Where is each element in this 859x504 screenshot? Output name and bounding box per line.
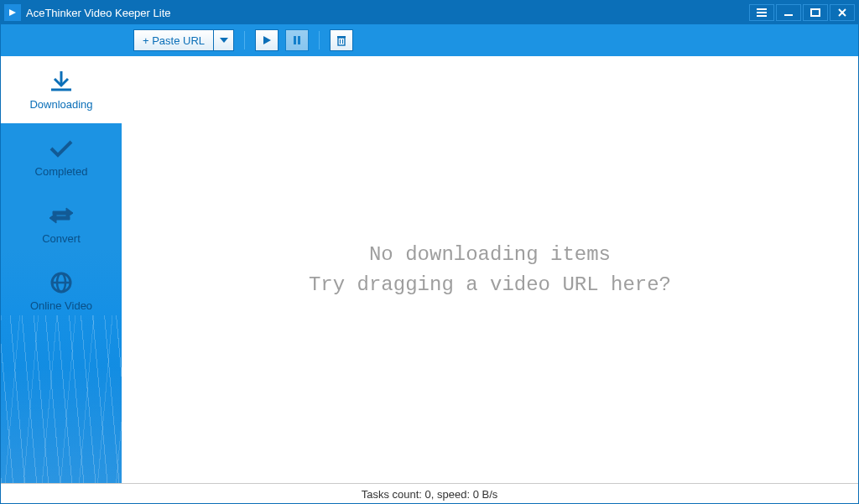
svg-rect-3 <box>757 15 767 17</box>
empty-line2: Try dragging a video URL here? <box>309 270 671 300</box>
svg-marker-9 <box>263 36 271 44</box>
sidebar-item-label: Downloading <box>29 98 92 111</box>
sidebar-item-label: Completed <box>35 165 88 178</box>
play-button[interactable] <box>255 29 279 51</box>
toolbar-divider <box>244 31 245 49</box>
paste-url-dropdown[interactable] <box>213 30 233 50</box>
sidebar-item-online-video[interactable]: Online Video <box>1 257 122 325</box>
pause-button[interactable] <box>285 29 309 51</box>
svg-rect-10 <box>294 36 296 44</box>
sidebar-item-downloading[interactable]: Downloading <box>1 56 122 123</box>
title-bar: AceThinker Video Keeper Lite <box>1 1 858 24</box>
close-button[interactable] <box>830 4 855 21</box>
sidebar: Downloading Completed Convert Online Vid… <box>1 56 122 483</box>
download-icon <box>47 70 75 93</box>
sidebar-item-completed[interactable]: Completed <box>1 123 122 190</box>
svg-rect-2 <box>757 12 767 13</box>
empty-state-text: No downloading items Try dragging a vide… <box>309 240 671 300</box>
menu-button[interactable] <box>749 4 774 21</box>
main-area: Downloading Completed Convert Online Vid… <box>1 56 858 483</box>
convert-icon <box>47 204 75 227</box>
sidebar-item-label: Online Video <box>30 299 92 312</box>
svg-rect-5 <box>811 9 820 16</box>
minimize-button[interactable] <box>776 4 801 21</box>
sidebar-item-label: Convert <box>42 232 81 245</box>
content-area[interactable]: No downloading items Try dragging a vide… <box>122 56 858 483</box>
maximize-button[interactable] <box>803 4 828 21</box>
svg-rect-1 <box>757 8 767 10</box>
sidebar-item-convert[interactable]: Convert <box>1 190 122 257</box>
svg-marker-8 <box>220 38 228 43</box>
svg-rect-13 <box>337 36 346 38</box>
toolbar: + Paste URL <box>1 24 858 56</box>
checkmark-icon <box>47 137 75 160</box>
toolbar-divider <box>319 31 320 49</box>
status-text: Tasks count: 0, speed: 0 B/s <box>362 488 498 501</box>
paste-url-group: + Paste URL <box>133 29 234 51</box>
svg-marker-0 <box>9 9 16 16</box>
paste-url-button[interactable]: + Paste URL <box>134 30 213 50</box>
globe-icon <box>47 271 75 294</box>
app-logo-icon <box>4 4 21 21</box>
delete-button[interactable] <box>330 29 353 51</box>
window-title: AceThinker Video Keeper Lite <box>26 7 170 19</box>
empty-line1: No downloading items <box>309 240 671 270</box>
svg-rect-12 <box>338 38 345 45</box>
svg-rect-4 <box>784 14 793 16</box>
svg-rect-11 <box>298 36 300 44</box>
status-bar: Tasks count: 0, speed: 0 B/s <box>1 483 858 504</box>
